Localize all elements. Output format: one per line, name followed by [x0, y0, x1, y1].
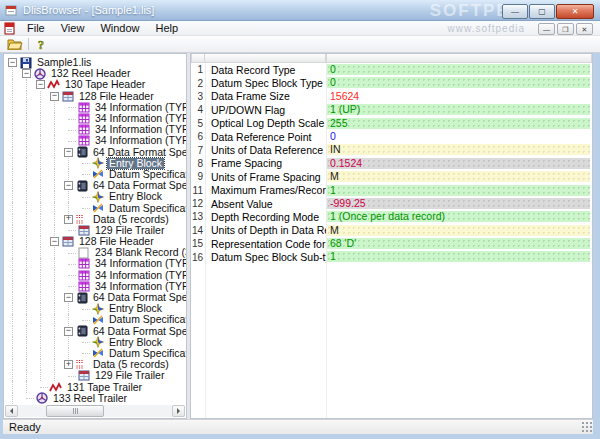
tree-connector: [77, 337, 91, 348]
tree-item[interactable]: Datum Specification: [7, 202, 186, 213]
collapse-icon[interactable]: [36, 80, 45, 89]
tree-item[interactable]: 129 File Trailer: [7, 370, 186, 381]
collapse-icon[interactable]: [50, 237, 59, 246]
entry-icon: [91, 191, 104, 203]
collapse-icon[interactable]: [8, 58, 17, 67]
table-row[interactable]: 1Data Record Type0: [191, 63, 592, 76]
property-value-cell: 1 (Once per data record): [326, 210, 592, 223]
tree-connector: [63, 270, 77, 281]
tree-item-label: 133 Reel Trailer: [51, 393, 129, 404]
property-value: 1 (Once per data record): [326, 211, 590, 222]
collapse-icon[interactable]: [64, 148, 73, 157]
tree-indent-guide: [7, 124, 21, 135]
tree-indent-guide: [49, 202, 63, 213]
tree-indent-guide: [49, 303, 63, 314]
tree-indent-guide: [7, 191, 21, 202]
tree-horizontal-scrollbar[interactable]: [5, 405, 185, 417]
table-row[interactable]: 14Units of Depth in Data RecordsM: [191, 224, 592, 237]
table-row[interactable]: 7Units of Data Reference PointIN: [191, 143, 592, 156]
table-row[interactable]: 11Maximum Frames/Record1: [191, 184, 592, 197]
table-row[interactable]: 8Frame Spacing0.1524: [191, 157, 592, 170]
collapse-icon[interactable]: [64, 293, 73, 302]
tree-item[interactable]: 34 Information (TYPE: CONS): [7, 135, 186, 146]
menu-help[interactable]: Help: [148, 21, 187, 36]
collapse-icon[interactable]: [64, 181, 73, 190]
tree-indent-guide: [21, 270, 35, 281]
table-row[interactable]: 12Absent Value-999.25: [191, 197, 592, 210]
close-button[interactable]: ✕: [556, 4, 594, 19]
tree-item[interactable]: Datum Specification: [7, 314, 186, 325]
menu-file[interactable]: File: [19, 21, 53, 36]
tree-indent-guide: [63, 314, 77, 325]
property-value: 1 (UP): [326, 104, 590, 115]
collapse-icon[interactable]: [50, 92, 59, 101]
tree-indent-guide: [49, 370, 63, 381]
tree-connector: [77, 191, 91, 202]
tree-item[interactable]: Entry Block: [7, 191, 186, 202]
tree-item[interactable]: 64 Data Format Specification: [7, 147, 186, 158]
open-file-button[interactable]: [5, 37, 25, 52]
property-value-cell: 0: [326, 63, 592, 76]
tree-indent-guide: [21, 258, 35, 269]
tree-item[interactable]: 64 Data Format Specification: [7, 326, 186, 337]
property-label: Representation Code for Output ...: [205, 238, 326, 250]
tree-indent-guide: [7, 225, 21, 236]
menu-view[interactable]: View: [53, 21, 93, 36]
table-row[interactable]: 16Datum Spec Block Sub-type1: [191, 250, 592, 263]
scroll-left-arrow-icon[interactable]: [5, 405, 18, 417]
minimize-button[interactable]: —: [502, 4, 528, 19]
property-value-cell: 68 'D': [326, 237, 592, 250]
scrollbar-track[interactable]: [18, 405, 172, 417]
table-row[interactable]: 13Depth Recording Mode1 (Once per data r…: [191, 210, 592, 223]
tree-item-label: 64 Data Format Specification: [91, 147, 186, 158]
tree-item[interactable]: 131 Tape Trailer: [7, 381, 186, 392]
expand-icon[interactable]: [64, 215, 73, 224]
tree-item[interactable]: 34 Information (TYPE: TOOL): [7, 258, 186, 269]
mdi-minimize-button[interactable]: —: [538, 23, 555, 35]
table-row[interactable]: 15Representation Code for Output ...68 '…: [191, 237, 592, 250]
maximize-button[interactable]: ▢: [529, 4, 555, 19]
table-row[interactable]: 5Optical Log Depth Scale Units255: [191, 117, 592, 130]
property-label: Absent Value: [205, 198, 326, 210]
tree-indent-guide: [35, 359, 49, 370]
scrollbar-thumb[interactable]: [46, 405, 104, 417]
tree-indent-guide: [21, 247, 35, 258]
table-row[interactable]: 3Data Frame Size15624: [191, 90, 592, 103]
expand-icon[interactable]: [64, 360, 73, 369]
tree-indent-guide: [21, 79, 35, 90]
tree-indent-guide: [35, 147, 49, 158]
tree-connector: [77, 314, 91, 325]
tree-indent-guide: [7, 348, 21, 359]
tree-indent-guide: [21, 337, 35, 348]
tree-indent-guide: [21, 191, 35, 202]
header-name-column[interactable]: [205, 54, 326, 63]
document-icon[interactable]: [4, 22, 17, 35]
menu-window[interactable]: Window: [92, 21, 147, 36]
info-icon: [77, 124, 90, 136]
mdi-close-button[interactable]: ✕: [576, 23, 593, 35]
table-row[interactable]: 2Datum Spec Block Type0: [191, 76, 592, 89]
table-row[interactable]: 4UP/DOWN Flag1 (UP): [191, 103, 592, 116]
tree-item[interactable]: 133 Reel Trailer: [7, 393, 186, 404]
header-value-column[interactable]: [326, 54, 592, 63]
tree-connector: [63, 247, 77, 258]
table-row[interactable]: 9Units of Frame SpacingM: [191, 170, 592, 183]
property-value: IN: [326, 144, 590, 155]
mdi-restore-button[interactable]: ❐: [557, 23, 574, 35]
entry-icon: [91, 336, 104, 348]
table-row[interactable]: 6Data Reference Point0: [191, 130, 592, 143]
tree-connector: [35, 381, 49, 392]
collapse-icon[interactable]: [64, 327, 73, 336]
help-button[interactable]: ?: [32, 37, 52, 52]
scroll-right-arrow-icon[interactable]: [172, 405, 185, 417]
resize-grip-icon[interactable]: [582, 422, 592, 432]
property-value-cell: IN: [326, 143, 592, 156]
tree-item[interactable]: 130 Tape Header: [7, 79, 186, 90]
reel-icon: [33, 68, 46, 80]
collapse-icon[interactable]: [22, 69, 31, 78]
header-number-column[interactable]: [191, 54, 205, 63]
tree-indent-guide: [35, 303, 49, 314]
tree-connector: [63, 370, 77, 381]
tree-indent-guide: [35, 91, 49, 102]
tree-indent-guide: [49, 102, 63, 113]
